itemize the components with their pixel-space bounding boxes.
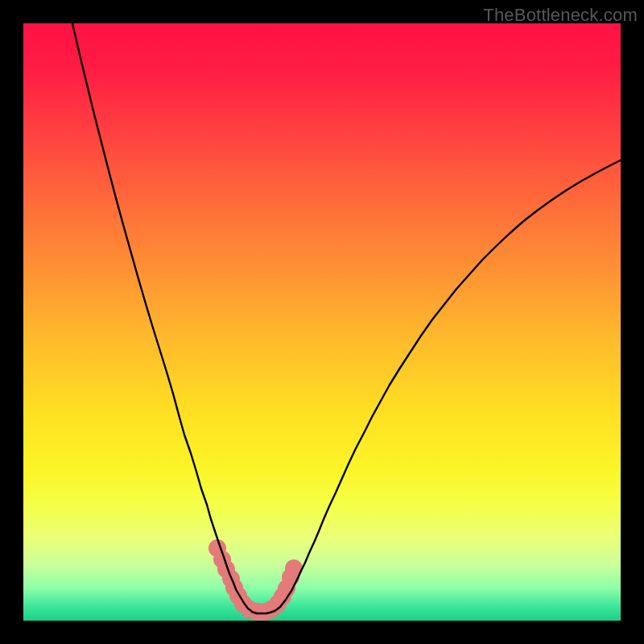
watermark-text: TheBottleneck.com (483, 5, 638, 26)
gradient-background (23, 23, 621, 621)
chart-frame (23, 23, 621, 621)
bottleneck-curve-chart (23, 23, 621, 621)
